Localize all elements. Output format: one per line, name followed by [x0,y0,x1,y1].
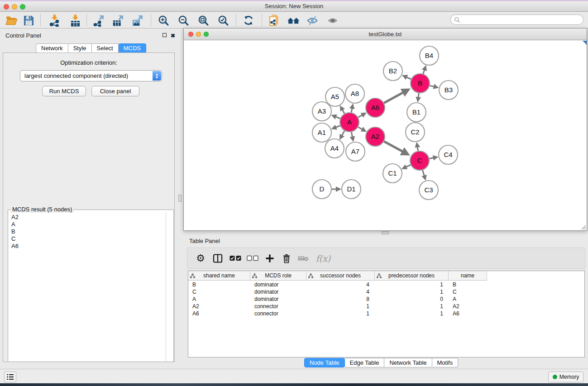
table-tab-node-table[interactable]: Node Table [304,358,345,367]
edge-A6-B[interactable] [384,90,408,103]
node-B2[interactable]: B2 [383,62,402,81]
vertical-splitter-grip[interactable] [178,195,182,202]
table-tab-motifs[interactable]: Motifs [432,358,459,367]
tab-mcds[interactable]: MCDS [119,43,146,53]
table-row[interactable]: A2connector11A2 [188,303,487,310]
export-image-button[interactable] [129,13,145,28]
node-C[interactable]: C [410,151,429,170]
tab-style[interactable]: Style [68,43,92,53]
show-all-columns-button[interactable] [229,248,242,268]
tab-network[interactable]: Network [36,43,68,53]
node-B1[interactable]: B1 [407,103,426,122]
network-window-titlebar[interactable]: testGlobe.txt [184,29,587,40]
node-A2[interactable]: A2 [366,127,385,146]
birds-eye-toggle-icon[interactable] [583,41,587,45]
table-row[interactable]: A6connector11A6 [188,310,487,317]
column-header-mcds-role[interactable]: MCDS role [250,271,306,281]
home-button[interactable] [286,13,301,28]
hide-all-columns-button[interactable] [246,248,259,268]
refresh-button[interactable] [241,13,256,28]
zoom-window-button[interactable] [20,4,25,10]
node-D[interactable]: D [312,180,331,199]
zoom-network-window-button[interactable] [204,32,209,37]
import-table-button[interactable] [67,13,83,28]
new-network-from-file-button[interactable] [266,13,282,28]
import-network-button[interactable] [47,13,62,28]
edge-A-A1[interactable] [332,126,340,129]
edge-B-B3[interactable] [430,86,437,87]
delete-table-button[interactable] [296,248,310,268]
node-C2[interactable]: C2 [406,123,425,142]
table-settings-button[interactable]: ⚙ [194,248,207,268]
mcds-result-item[interactable]: A6 [9,243,166,250]
node-C1[interactable]: C1 [383,164,402,183]
node-A3[interactable]: A3 [312,102,331,121]
column-header-successor-nodes[interactable]: successor nodes [306,271,375,281]
edge-B-B4[interactable] [423,67,425,74]
node-A6[interactable]: A6 [366,98,385,117]
mcds-result-item[interactable]: A [9,221,166,228]
node-C3[interactable]: C3 [419,181,438,200]
minimize-window-button[interactable] [12,4,17,10]
edge-A-A2[interactable] [358,127,365,131]
criterion-dropdown[interactable]: largest connected component (directed) ▲… [20,70,162,81]
split-columns-button[interactable] [211,248,225,268]
float-panel-icon[interactable] [163,33,167,37]
horizontal-splitter-grip[interactable] [382,231,389,234]
column-header-predecessor-nodes[interactable]: predecessor nodes [375,271,449,281]
create-column-button[interactable] [263,248,277,268]
edge-C-C2[interactable] [417,143,418,151]
hide-graphics-details-button[interactable] [305,13,320,28]
node-A1[interactable]: A1 [312,123,331,142]
show-graphics-details-button[interactable] [325,13,340,28]
tab-select[interactable]: Select [92,43,119,53]
minimize-network-window-button[interactable] [196,32,201,37]
zoom-selected-button[interactable] [215,13,231,28]
edge-B-B1[interactable] [418,93,419,101]
mcds-result-item[interactable]: A2 [9,214,166,221]
edge-C-C3[interactable] [422,170,425,179]
node-D1[interactable]: D1 [342,180,361,199]
open-session-button[interactable] [4,13,19,28]
mcds-result-list[interactable]: A2ABCA6 [9,214,166,361]
save-session-button[interactable] [21,13,36,28]
close-network-window-button[interactable] [188,32,193,37]
mcds-result-scrollbar[interactable] [166,213,166,361]
mcds-result-item[interactable]: B [9,228,166,235]
edge-B-B2[interactable] [403,76,411,79]
export-table-button[interactable] [110,13,125,28]
node-A4[interactable]: A4 [325,139,344,158]
table-row[interactable]: Bdominator41B [188,281,487,288]
edge-A-A3[interactable] [332,115,340,119]
network-canvas[interactable]: B4B2BB3B1A5A8A3A6AA1A2C2A4A7C4CC1C3DD1 [184,41,587,230]
table-tab-network-table[interactable]: Network Table [384,358,432,367]
edge-A-A4[interactable] [340,131,344,138]
node-B4[interactable]: B4 [420,46,439,65]
table-row[interactable]: Cdominator41C [188,288,487,295]
node-B3[interactable]: B3 [439,81,458,100]
zoom-out-button[interactable] [176,13,191,28]
app-titlebar[interactable]: Session: New Session [0,1,588,12]
edge-A-A8[interactable] [351,105,353,113]
task-history-button[interactable] [4,372,16,382]
node-B[interactable]: B [411,74,430,93]
edge-C-C4[interactable] [430,157,437,159]
memory-button[interactable]: Memory [548,372,583,382]
table-tab-edge-table[interactable]: Edge Table [345,358,385,367]
close-panel-button[interactable]: Close panel [91,86,139,96]
node-A8[interactable]: A8 [345,84,364,103]
node-C4[interactable]: C4 [439,145,458,164]
export-network-button[interactable] [91,13,106,28]
edge-A-A6[interactable] [358,113,365,117]
run-mcds-button[interactable]: Run MCDS [42,86,86,96]
search-field[interactable] [450,14,583,25]
zoom-in-button[interactable] [156,13,171,28]
node-A5[interactable]: A5 [325,87,344,106]
node-A[interactable]: A [340,113,359,132]
delete-column-button[interactable] [280,248,293,268]
column-header-shared-name[interactable]: shared name [188,271,250,281]
column-header-name[interactable]: name [449,271,487,281]
search-input[interactable] [462,16,583,24]
mcds-result-item[interactable]: C [9,235,166,243]
function-builder-button[interactable]: f(x) [314,248,332,268]
